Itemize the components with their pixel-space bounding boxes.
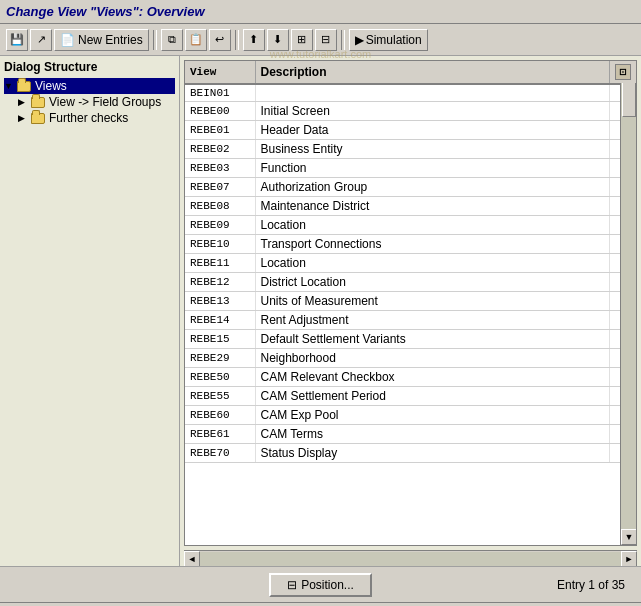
- copy-button[interactable]: ⧉: [161, 29, 183, 51]
- shortcut-button[interactable]: ↗: [30, 29, 52, 51]
- cell-description: Initial Screen: [255, 102, 609, 121]
- table-row[interactable]: REBE09Location: [185, 216, 636, 235]
- sidebar-label-field-groups: View -> Field Groups: [49, 95, 161, 109]
- cell-description: Location: [255, 254, 609, 273]
- table-row[interactable]: REBE11Location: [185, 254, 636, 273]
- sidebar-item-further-checks[interactable]: ▶ Further checks: [4, 110, 175, 126]
- h-scroll-right-btn[interactable]: ►: [621, 551, 637, 567]
- cell-view: REBE29: [185, 349, 255, 368]
- paste-button[interactable]: 📋: [185, 29, 207, 51]
- horizontal-scrollbar[interactable]: ◄ ►: [184, 550, 637, 566]
- cell-view: REBE70: [185, 444, 255, 463]
- new-entries-button[interactable]: 📄 New Entries: [54, 29, 149, 51]
- table-row[interactable]: REBE10Transport Connections: [185, 235, 636, 254]
- cell-view: REBE09: [185, 216, 255, 235]
- cell-view: REBE12: [185, 273, 255, 292]
- table-row[interactable]: REBE13Units of Measurement: [185, 292, 636, 311]
- table-row[interactable]: REBE61CAM Terms: [185, 425, 636, 444]
- table-row[interactable]: REBE12District Location: [185, 273, 636, 292]
- undo-icon: ↩: [215, 33, 224, 46]
- table-row[interactable]: REBE03Function: [185, 159, 636, 178]
- cell-view: REBE61: [185, 425, 255, 444]
- table-scroll-area[interactable]: View Description ⊡ BEIN01R: [185, 61, 636, 545]
- deselect-button[interactable]: ⊟: [315, 29, 337, 51]
- table-row[interactable]: REBE15Default Settlement Variants: [185, 330, 636, 349]
- table-row[interactable]: REBE02Business Entity: [185, 140, 636, 159]
- cell-view: REBE11: [185, 254, 255, 273]
- cell-description: District Location: [255, 273, 609, 292]
- cell-description: Maintenance District: [255, 197, 609, 216]
- cell-view: REBE03: [185, 159, 255, 178]
- cell-view: REBE60: [185, 406, 255, 425]
- simulation-label: Simulation: [366, 33, 422, 47]
- copy-icon: ⧉: [168, 33, 176, 46]
- h-scroll-track: [200, 552, 621, 566]
- tree-arrow-fg: ▶: [18, 97, 30, 107]
- table-row[interactable]: REBE55CAM Settlement Period: [185, 387, 636, 406]
- cell-description: Business Entity: [255, 140, 609, 159]
- position-icon: ⊟: [287, 578, 297, 592]
- cell-description: CAM Terms: [255, 425, 609, 444]
- position-button[interactable]: ⊟ Position...: [269, 573, 372, 597]
- table-row[interactable]: REBE70Status Display: [185, 444, 636, 463]
- cell-view: REBE55: [185, 387, 255, 406]
- scroll-track: [621, 77, 636, 529]
- cell-view: REBE10: [185, 235, 255, 254]
- toolbar-sep-1: [153, 30, 157, 50]
- cell-view: REBE01: [185, 121, 255, 140]
- cell-view: REBE50: [185, 368, 255, 387]
- sidebar-title: Dialog Structure: [4, 60, 175, 74]
- table-row[interactable]: REBE60CAM Exp Pool: [185, 406, 636, 425]
- cell-description: Header Data: [255, 121, 609, 140]
- save-icon: 💾: [10, 33, 24, 46]
- sidebar-label-views: Views: [35, 79, 67, 93]
- cell-view: REBE13: [185, 292, 255, 311]
- select-all-button[interactable]: ⊞: [291, 29, 313, 51]
- table-row[interactable]: REBE50CAM Relevant Checkbox: [185, 368, 636, 387]
- scroll-down-btn[interactable]: ▼: [621, 529, 637, 545]
- table-row[interactable]: REBE00Initial Screen: [185, 102, 636, 121]
- cell-view: BEIN01: [185, 84, 255, 102]
- simulation-button[interactable]: ▶ Simulation: [349, 29, 428, 51]
- table-settings-icon[interactable]: ⊡: [615, 64, 631, 80]
- sidebar-item-views[interactable]: ▼ Views: [4, 78, 175, 94]
- table-area: View Description ⊡ BEIN01R: [180, 56, 641, 566]
- undo-button[interactable]: ↩: [209, 29, 231, 51]
- cell-description: CAM Exp Pool: [255, 406, 609, 425]
- save-button[interactable]: 💾: [6, 29, 28, 51]
- cell-description: Default Settlement Variants: [255, 330, 609, 349]
- move-up-icon: ⬆: [249, 33, 258, 46]
- sidebar-label-further-checks: Further checks: [49, 111, 128, 125]
- table-row[interactable]: REBE14Rent Adjustment: [185, 311, 636, 330]
- table-row[interactable]: REBE08Maintenance District: [185, 197, 636, 216]
- cell-description: Transport Connections: [255, 235, 609, 254]
- col-header-description: Description: [255, 61, 609, 84]
- folder-icon-fg: [30, 95, 46, 109]
- h-scroll-left-btn[interactable]: ◄: [184, 551, 200, 567]
- toolbar-sep-3: [341, 30, 345, 50]
- move-up-button[interactable]: ⬆: [243, 29, 265, 51]
- table-row[interactable]: BEIN01: [185, 84, 636, 102]
- simulation-icon: ▶: [355, 33, 364, 47]
- sidebar-item-field-groups[interactable]: ▶ View -> Field Groups: [4, 94, 175, 110]
- bottom-bar: ⊟ Position... Entry 1 of 35: [0, 566, 641, 602]
- col-header-actions: ⊡: [609, 61, 636, 84]
- table-row[interactable]: REBE07Authorization Group: [185, 178, 636, 197]
- views-table: View Description ⊡ BEIN01R: [185, 61, 636, 463]
- toolbar-sep-2: [235, 30, 239, 50]
- title-bar: Change View "Views": Overview: [0, 0, 641, 24]
- tree-arrow-views: ▼: [4, 81, 16, 91]
- move-down-icon: ⬇: [273, 33, 282, 46]
- table-header-row: View Description ⊡: [185, 61, 636, 84]
- cell-description: Authorization Group: [255, 178, 609, 197]
- table-row[interactable]: REBE01Header Data: [185, 121, 636, 140]
- table-row[interactable]: REBE29Neighborhood: [185, 349, 636, 368]
- paste-icon: 📋: [189, 33, 203, 46]
- sidebar: Dialog Structure ▼ Views ▶ View -> Field…: [0, 56, 180, 566]
- vertical-scrollbar[interactable]: ▲ ▼: [620, 61, 636, 545]
- cell-view: REBE15: [185, 330, 255, 349]
- cell-view: REBE14: [185, 311, 255, 330]
- move-down-button[interactable]: ⬇: [267, 29, 289, 51]
- new-entries-icon: 📄: [60, 33, 75, 47]
- cell-description: Status Display: [255, 444, 609, 463]
